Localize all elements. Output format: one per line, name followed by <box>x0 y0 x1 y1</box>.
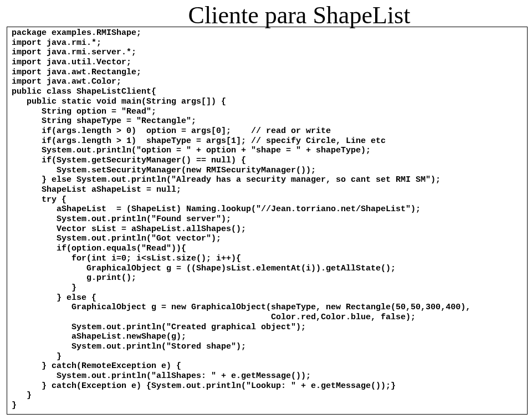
code-line: System.out.println("Found server"); <box>12 214 523 224</box>
code-line: aShapeList.newShape(g); <box>12 332 523 342</box>
code-line: import java.rmi.server.*; <box>12 48 523 58</box>
code-line: import java.awt.Color; <box>12 77 523 87</box>
code-line: Vector sList = aShapeList.allShapes(); <box>12 224 523 234</box>
code-line: } <box>12 391 523 401</box>
code-line: } catch(Exception e) {System.out.println… <box>12 381 523 391</box>
code-line: } <box>12 352 523 362</box>
code-line: GraphicalObject g = new GraphicalObject(… <box>12 303 523 313</box>
code-line: aShapeList = (ShapeList) Naming.lookup("… <box>12 205 523 214</box>
code-line: System.out.println("Created graphical ob… <box>12 323 523 333</box>
code-line: System.out.println("Got vector"); <box>12 234 523 244</box>
code-line: public class ShapeListClient{ <box>12 87 523 97</box>
code-line: } else { <box>12 293 523 303</box>
code-block: package examples.RMIShape; import java.r… <box>7 27 528 415</box>
code-line: package examples.RMIShape; <box>12 28 523 38</box>
code-line: try { <box>12 195 523 205</box>
code-line: } else System.out.println("Already has a… <box>12 175 523 185</box>
code-line: Color.red,Color.blue, false); <box>12 313 523 323</box>
code-line: if(System.getSecurityManager() == null) … <box>12 156 523 166</box>
code-line: import java.util.Vector; <box>12 58 523 68</box>
code-line: public static void main(String args[]) { <box>12 97 523 107</box>
code-line: import java.rmi.*; <box>12 38 523 48</box>
code-line: ShapeList aShapeList = null; <box>12 185 523 195</box>
code-line: GraphicalObject g = ((Shape)sList.elemen… <box>12 264 523 274</box>
code-line: System.setSecurityManager(new RMISecurit… <box>12 166 523 176</box>
code-line: } catch(RemoteException e) { <box>12 361 523 371</box>
code-line: } <box>12 401 523 411</box>
code-line: } <box>12 283 523 293</box>
code-line: if(args.length > 0) option = args[0]; //… <box>12 126 523 136</box>
code-line: String option = "Read"; <box>12 107 523 117</box>
code-line: System.out.println("allShapes: " + e.get… <box>12 371 523 381</box>
code-line: import java.awt.Rectangle; <box>12 68 523 78</box>
code-line: if(args.length > 1) shapeType = args[1];… <box>12 136 523 146</box>
code-line: g.print(); <box>12 273 523 283</box>
code-line: for(int i=0; i<sList.size(); i++){ <box>12 254 523 264</box>
code-line: if(option.equals("Read")){ <box>12 244 523 254</box>
code-line: System.out.println("Stored shape"); <box>12 342 523 352</box>
code-line: String shapeType = "Rectangle"; <box>12 116 523 126</box>
code-line: System.out.println("option = " + option … <box>12 146 523 156</box>
